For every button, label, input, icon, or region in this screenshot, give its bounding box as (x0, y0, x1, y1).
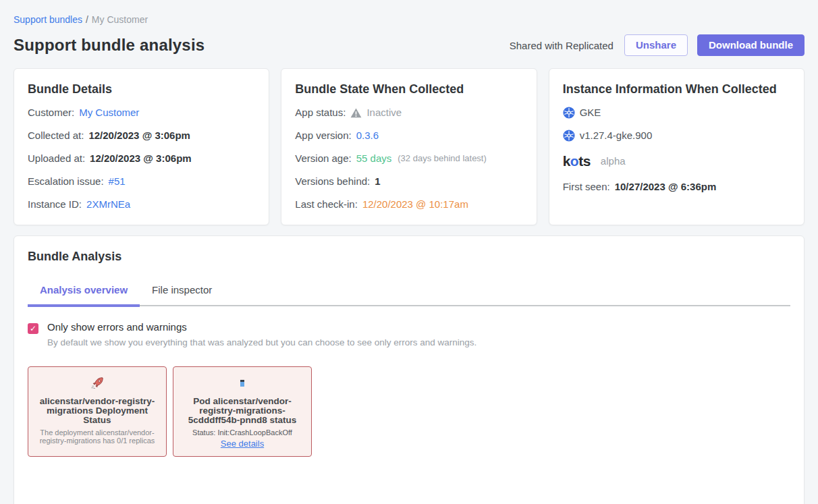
tab-file-inspector[interactable]: File inspector (140, 284, 224, 307)
kots-logo: kots (563, 155, 591, 168)
k8s-version-row: v1.27.4-gke.900 (563, 129, 790, 142)
app-version-link[interactable]: 0.3.6 (356, 129, 379, 142)
app-version-label: App version: (295, 129, 351, 142)
customer-row: Customer: My Customer (28, 106, 255, 119)
warning-triangle-icon (350, 108, 362, 118)
breadcrumb-support-bundles-link[interactable]: Support bundles (13, 14, 82, 25)
versions-behind-label: Versions behind: (295, 175, 370, 188)
customer-label: Customer: (28, 106, 74, 119)
kots-row: kots alpha (563, 155, 790, 168)
instance-info-title: Instance Information When Collected (563, 82, 790, 96)
page-title: Support bundle analysis (13, 36, 204, 55)
shared-status-text: Shared with Replicated (510, 40, 614, 51)
first-seen-row: First seen: 10/27/2023 @ 6:36pm (563, 180, 790, 194)
uploaded-at-value: 12/20/2023 @ 3:06pm (90, 152, 192, 165)
kots-logo-o: o (570, 153, 578, 169)
k8s-version-value: v1.27.4-gke.900 (580, 129, 653, 142)
uploaded-at-label: Uploaded at: (28, 152, 85, 165)
instance-id-link[interactable]: 2XMrNEa (86, 198, 130, 211)
bundle-state-card: Bundle State When Collected App status: … (281, 68, 537, 225)
error-message: The deployment alicenstar/vendor-registr… (35, 428, 159, 445)
filter-description: By default we show you everything that w… (47, 337, 476, 347)
filter-texts: Only show errors and warnings By default… (47, 321, 476, 347)
kots-logo-k: k (563, 153, 570, 169)
kubernetes-distribution-icon (563, 107, 575, 119)
kubernetes-version-icon (563, 130, 575, 142)
page-header: Support bundle analysis Shared with Repl… (13, 34, 805, 56)
tab-analysis-overview[interactable]: Analysis overview (28, 284, 140, 307)
pod-status-error-card[interactable]: Pod alicenstar/vendor-registry-migration… (173, 366, 312, 457)
kots-logo-ts: ts (578, 153, 591, 169)
collected-at-row: Collected at: 12/20/2023 @ 3:06pm (28, 129, 255, 142)
version-age-value: 55 days (356, 152, 392, 165)
bundle-analysis-card: Bundle Analysis Analysis overview File i… (13, 235, 805, 504)
instance-info-card: Instance Information When Collected GKE … (549, 68, 805, 225)
info-cards-row: Bundle Details Customer: My Customer Col… (13, 68, 805, 225)
version-age-row: Version age: 55 days (32 days behind lat… (295, 152, 522, 165)
instance-id-label: Instance ID: (28, 198, 82, 211)
analysis-results-row: alicenstar/vendor-registry-migrations De… (28, 366, 790, 457)
distribution-row: GKE (563, 106, 790, 119)
bundle-state-title: Bundle State When Collected (295, 82, 522, 96)
rocket-icon (35, 375, 159, 391)
app-status-row: App status: Inactive (295, 106, 522, 119)
collected-at-value: 12/20/2023 @ 3:06pm (88, 129, 190, 142)
bundle-details-title: Bundle Details (28, 82, 255, 96)
support-bundle-analysis-page: Support bundles/My Customer Support bund… (0, 0, 818, 504)
unshare-button[interactable]: Unshare (624, 34, 688, 56)
see-details-link[interactable]: See details (221, 439, 264, 449)
error-status: Status: Init:CrashLoopBackOff (180, 428, 304, 437)
collected-at-label: Collected at: (28, 129, 84, 142)
versions-behind-row: Versions behind: 1 (295, 175, 522, 188)
header-actions: Shared with Replicated Unshare Download … (510, 34, 805, 56)
last-checkin-row: Last check-in: 12/20/2023 @ 10:17am (295, 198, 522, 211)
last-checkin-value: 12/20/2023 @ 10:17am (362, 198, 468, 211)
version-age-label: Version age: (295, 152, 351, 165)
kots-channel: alpha (601, 155, 626, 168)
escalation-issue-label: Escalation issue: (28, 175, 104, 188)
escalation-issue-link[interactable]: #51 (109, 175, 126, 188)
instance-id-row: Instance ID: 2XMrNEa (28, 198, 255, 211)
app-version-row: App version: 0.3.6 (295, 129, 522, 142)
versions-behind-value: 1 (375, 175, 380, 188)
broken-image-icon (180, 375, 304, 391)
error-title: alicenstar/vendor-registry-migrations De… (35, 397, 159, 425)
first-seen-label: First seen: (563, 180, 610, 194)
breadcrumb-separator: / (86, 14, 88, 25)
filter-label: Only show errors and warnings (47, 321, 476, 333)
breadcrumb-current: My Customer (92, 14, 148, 25)
errors-filter-row: ✓ Only show errors and warnings By defau… (28, 321, 790, 347)
bundle-details-card: Bundle Details Customer: My Customer Col… (13, 68, 269, 225)
analysis-tabs: Analysis overview File inspector (28, 284, 790, 306)
app-status-value: Inactive (366, 106, 402, 119)
error-title: Pod alicenstar/vendor-registry-migration… (180, 397, 304, 425)
last-checkin-label: Last check-in: (295, 198, 358, 211)
bundle-analysis-title: Bundle Analysis (28, 250, 790, 264)
first-seen-value: 10/27/2023 @ 6:36pm (615, 180, 717, 194)
deployment-status-error-card[interactable]: alicenstar/vendor-registry-migrations De… (28, 366, 167, 457)
escalation-issue-row: Escalation issue: #51 (28, 175, 255, 188)
customer-link[interactable]: My Customer (79, 106, 139, 119)
version-age-note: (32 days behind latest) (398, 152, 487, 165)
only-errors-checkbox[interactable]: ✓ (28, 323, 38, 334)
download-bundle-button[interactable]: Download bundle (697, 34, 805, 56)
breadcrumb: Support bundles/My Customer (13, 0, 805, 25)
distribution-value: GKE (580, 106, 601, 119)
app-status-label: App status: (295, 106, 346, 119)
uploaded-at-row: Uploaded at: 12/20/2023 @ 3:06pm (28, 152, 255, 165)
